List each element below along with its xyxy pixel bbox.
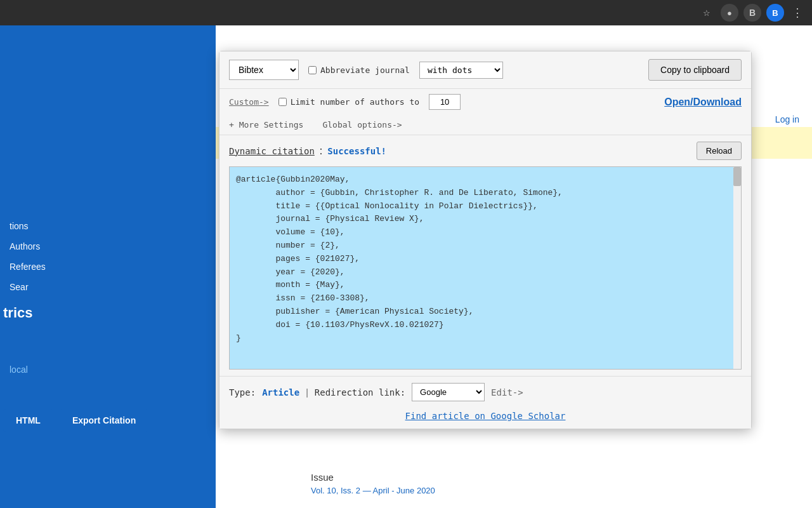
article-type-value: Article <box>262 387 299 398</box>
sidebar-item-referees[interactable]: Referees <box>0 257 216 277</box>
scrollbar-track <box>733 167 741 369</box>
bookmark-icon[interactable]: ☆ <box>698 4 716 22</box>
login-link[interactable]: Log in <box>775 114 799 124</box>
modal-second-row: Custom-> Limit number of authors to Open… <box>219 89 751 115</box>
metrics-label: trics <box>3 305 32 321</box>
abbreviate-checkbox[interactable] <box>308 66 317 74</box>
colon-sep: : <box>320 145 322 157</box>
html-button[interactable]: HTML <box>3 409 53 432</box>
with-dots-select[interactable]: with dots without dots <box>419 62 503 79</box>
issue-section: Issue Vol. 10, Iss. 2 — April - June 202… <box>311 472 435 495</box>
extension-icon[interactable]: ● <box>721 4 738 22</box>
copy-to-clipboard-button[interactable]: Copy to clipboard <box>648 59 742 81</box>
pipe-separator: | <box>306 387 308 398</box>
action-buttons-group: HTML Export Citation <box>3 409 148 432</box>
reload-button[interactable]: Reload <box>697 142 742 160</box>
success-label: Successful! <box>327 146 386 156</box>
citation-text: @article{Gubbin2020May, author = {Gubbin… <box>230 167 741 369</box>
abbreviate-text: Abbreviate journal <box>320 65 410 75</box>
edit-link[interactable]: Edit-> <box>491 387 523 398</box>
open-download-link[interactable]: Open/Download <box>664 97 742 108</box>
format-select[interactable]: Bibtex RIS APA MLA <box>229 60 299 80</box>
limit-authors-text: Limit number of authors to <box>291 97 420 107</box>
dynamic-citation-row: Dynamic citation : Successful! Reload <box>219 135 751 166</box>
sidebar-item-tions[interactable]: tions <box>0 216 216 236</box>
modal-bottom-row: Type: Article | Redirection link: Google… <box>219 376 751 408</box>
find-article-link[interactable]: Find article on Google Scholar <box>405 411 566 421</box>
issue-title: Issue <box>311 472 435 483</box>
redirect-select[interactable]: Google Bing DuckDuckGo <box>412 383 485 401</box>
chrome-toolbar: ☆ ● B B ⋮ <box>0 0 812 25</box>
find-article-row: Find article on Google Scholar <box>219 408 751 429</box>
global-options-link[interactable]: Global options-> <box>322 120 402 130</box>
page-background: trics tions Authors Referees Sear local … <box>0 25 812 508</box>
redirect-label: Redirection link: <box>315 387 405 398</box>
custom-link[interactable]: Custom-> <box>229 97 269 107</box>
issue-subtitle[interactable]: Vol. 10, Iss. 2 — April - June 2020 <box>311 486 435 495</box>
sidebar-item-search[interactable]: Sear <box>0 277 216 297</box>
scrollbar-thumb[interactable] <box>733 167 741 186</box>
citation-modal: Bibtex RIS APA MLA Abbreviate journal wi… <box>219 51 752 429</box>
modal-top-row: Bibtex RIS APA MLA Abbreviate journal wi… <box>219 51 751 89</box>
type-label: Type: <box>229 387 256 398</box>
limit-authors-checkbox[interactable] <box>278 98 287 106</box>
export-citation-button[interactable]: Export Citation <box>60 409 148 432</box>
menu-dots-icon[interactable]: ⋮ <box>789 6 806 20</box>
dynamic-citation-label: Dynamic citation <box>229 146 315 156</box>
more-settings-link[interactable]: + More Settings <box>229 120 303 130</box>
limit-authors-label: Limit number of authors to <box>278 97 420 107</box>
user-avatar[interactable]: B <box>766 4 784 22</box>
citation-textarea-wrapper[interactable]: @article{Gubbin2020May, author = {Gubbin… <box>229 166 742 370</box>
sidebar-item-authors[interactable]: Authors <box>0 236 216 257</box>
modal-third-row: + More Settings Global options-> <box>219 115 751 135</box>
bold-b-icon[interactable]: B <box>743 4 761 22</box>
local-link[interactable]: local <box>10 364 28 375</box>
left-sidebar: trics tions Authors Referees Sear local <box>0 25 216 508</box>
authors-number-input[interactable] <box>429 94 461 110</box>
nav-bar: tions Authors Referees Sear <box>0 216 216 297</box>
abbreviate-label: Abbreviate journal <box>308 65 410 75</box>
